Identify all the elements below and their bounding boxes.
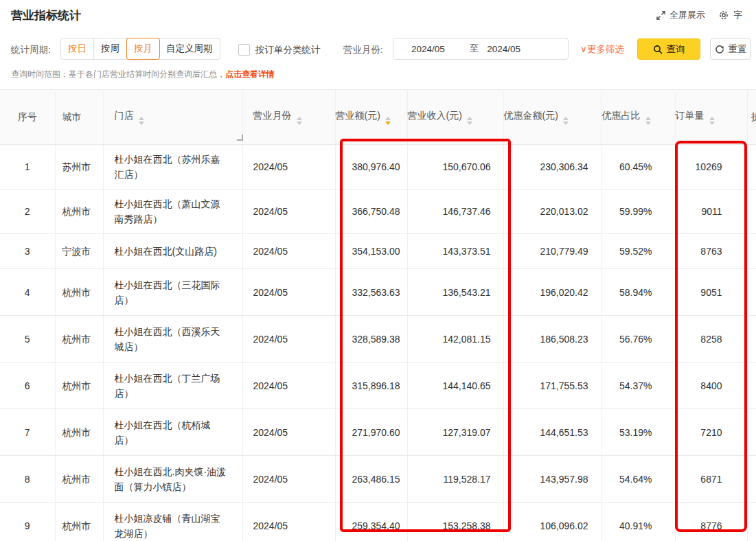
cell-extra-clipped <box>747 456 756 503</box>
column-label: 营业额(元) <box>336 110 380 121</box>
cell-revenue: 380,976.40 <box>335 145 407 189</box>
cell-city: 杭州市 <box>55 362 103 409</box>
cell-store: 杜小姐在西北（三花国际店） <box>103 269 242 316</box>
cell-no: 7 <box>0 409 55 456</box>
business-stats-page: 营业指标统计 全屏展示 字 统计周期: 按日按周按月自定义周期 按订单分类统计 … <box>0 0 756 541</box>
cell-store: 杜小姐在西北（萧山文源南秀路店） <box>103 189 242 234</box>
month-to-value[interactable]: 2024/05 <box>487 44 520 54</box>
cell-no: 8 <box>0 456 55 503</box>
sort-caret-icon[interactable] <box>709 117 715 125</box>
cell-extra-clipped <box>747 503 756 541</box>
column-header-9: 折 <box>747 90 756 145</box>
column-label: 订单量 <box>676 110 705 121</box>
month-range-input[interactable]: 2024/05 至 2024/05 <box>393 38 569 60</box>
cell-discount_ratio: 58.94% <box>602 269 675 316</box>
cell-revenue: 263,486.15 <box>335 456 407 503</box>
month-label: 营业月份: <box>343 44 383 56</box>
cell-orders: 9011 <box>675 189 747 234</box>
cell-revenue: 271,970.60 <box>335 409 407 456</box>
period-tab-1[interactable]: 按周 <box>94 38 127 59</box>
column-label: 折 <box>751 111 756 122</box>
reset-button-label: 重置 <box>729 43 747 56</box>
cell-city: 杭州市 <box>55 269 103 316</box>
column-resize-handle-icon[interactable] <box>237 135 243 141</box>
search-icon <box>653 45 663 54</box>
cell-discount: 220,013.02 <box>503 189 602 234</box>
cell-orders: 9051 <box>675 269 747 316</box>
cell-month: 2024/05 <box>242 269 335 316</box>
cell-month: 2024/05 <box>242 409 335 456</box>
field-settings-partial-label[interactable]: 字 <box>733 9 742 21</box>
period-tab-2[interactable]: 按月 <box>126 38 160 60</box>
cell-discount_ratio: 53.19% <box>602 409 675 456</box>
more-filters-link[interactable]: ∨更多筛选 <box>580 43 624 56</box>
order-stat-checkbox-label: 按订单分类统计 <box>255 44 321 56</box>
table-row: 8杭州市杜小姐在西北.肉夹馍·油泼面（算力小镇店）2024/05263,486.… <box>0 456 756 503</box>
cell-revenue: 366,750.48 <box>335 189 407 234</box>
table-row: 1苏州市杜小姐在西北（苏州乐嘉汇店）2024/05380,976.40150,6… <box>0 145 756 189</box>
cell-store: 杜小姐凉皮铺（青山湖宝龙湖店） <box>103 503 242 541</box>
cell-discount: 186,508.23 <box>503 316 602 362</box>
cell-revenue: 328,589.38 <box>335 316 407 362</box>
reset-button[interactable]: 重置 <box>710 38 751 60</box>
cell-discount_ratio: 56.76% <box>602 316 675 362</box>
cell-no: 4 <box>0 269 55 316</box>
topbar-actions: 全屏展示 字 <box>656 9 742 21</box>
cell-income: 146,737.46 <box>407 189 503 234</box>
view-details-link[interactable]: 点击查看详情 <box>225 69 275 79</box>
stats-table-wrap: 序号城市门店营业月份营业额(元)营业收入(元)优惠金额(元)优惠占比订单量折 1… <box>0 89 756 541</box>
sort-caret-icon[interactable] <box>645 117 651 125</box>
column-header-4[interactable]: 营业额(元) <box>335 90 407 145</box>
column-header-6[interactable]: 优惠金额(元) <box>503 90 602 145</box>
cell-revenue: 354,153.00 <box>335 234 407 269</box>
column-header-5[interactable]: 营业收入(元) <box>407 90 503 145</box>
table-row: 3宁波市杜小姐在西北(文山路店)2024/05354,153.00143,373… <box>0 234 756 269</box>
cell-orders: 8763 <box>675 234 747 269</box>
sort-caret-icon[interactable] <box>467 117 472 125</box>
cell-no: 9 <box>0 503 55 541</box>
column-header-8[interactable]: 订单量 <box>675 90 747 145</box>
cell-revenue: 315,896.18 <box>335 362 407 409</box>
cell-month: 2024/05 <box>242 189 335 234</box>
settings-gear-icon[interactable] <box>718 10 729 21</box>
column-header-2[interactable]: 门店 <box>103 90 242 145</box>
cell-discount: 196,020.42 <box>503 269 602 316</box>
page-title: 营业指标统计 <box>11 8 81 23</box>
cell-discount_ratio: 59.99% <box>602 189 675 234</box>
cell-discount: 171,755.53 <box>503 362 602 409</box>
column-label: 营业收入(元) <box>408 110 462 121</box>
cell-month: 2024/05 <box>242 316 335 362</box>
cell-month: 2024/05 <box>242 362 335 409</box>
period-tab-0[interactable]: 按日 <box>61 38 94 59</box>
period-tab-group: 按日按周按月自定义周期 <box>60 38 220 60</box>
column-label: 城市 <box>62 111 82 122</box>
cell-city: 杭州市 <box>55 409 103 456</box>
cell-store: 杜小姐在西北（杭栢城店） <box>103 409 242 456</box>
sort-caret-icon[interactable] <box>563 117 569 125</box>
cell-income: 143,373.51 <box>407 234 503 269</box>
cell-no: 5 <box>0 316 55 362</box>
sort-caret-icon[interactable] <box>385 117 391 125</box>
period-tab-3[interactable]: 自定义周期 <box>159 38 220 59</box>
sort-caret-icon[interactable] <box>139 117 144 125</box>
cell-city: 杭州市 <box>55 189 103 234</box>
query-button[interactable]: 查询 <box>637 38 700 60</box>
order-stat-checkbox[interactable] <box>238 44 250 56</box>
cell-extra-clipped <box>747 362 756 409</box>
column-header-3[interactable]: 营业月份 <box>242 90 335 145</box>
sort-caret-icon[interactable] <box>297 117 302 125</box>
column-label: 优惠金额(元) <box>504 110 558 121</box>
table-row: 2杭州市杜小姐在西北（萧山文源南秀路店）2024/05366,750.48146… <box>0 189 756 234</box>
cell-discount_ratio: 54.37% <box>602 362 675 409</box>
cell-revenue: 259,354.40 <box>335 503 407 541</box>
fullscreen-expand-icon[interactable] <box>656 10 666 21</box>
cell-orders: 8258 <box>675 316 747 362</box>
cell-city: 宁波市 <box>55 234 103 269</box>
column-header-1: 城市 <box>55 90 103 145</box>
cell-orders: 8400 <box>675 362 747 409</box>
month-from-value[interactable]: 2024/05 <box>411 44 445 54</box>
cell-no: 2 <box>0 189 55 234</box>
cell-income: 136,543.21 <box>407 269 503 316</box>
column-header-7[interactable]: 优惠占比 <box>602 90 675 145</box>
fullscreen-button[interactable]: 全屏展示 <box>669 9 705 21</box>
